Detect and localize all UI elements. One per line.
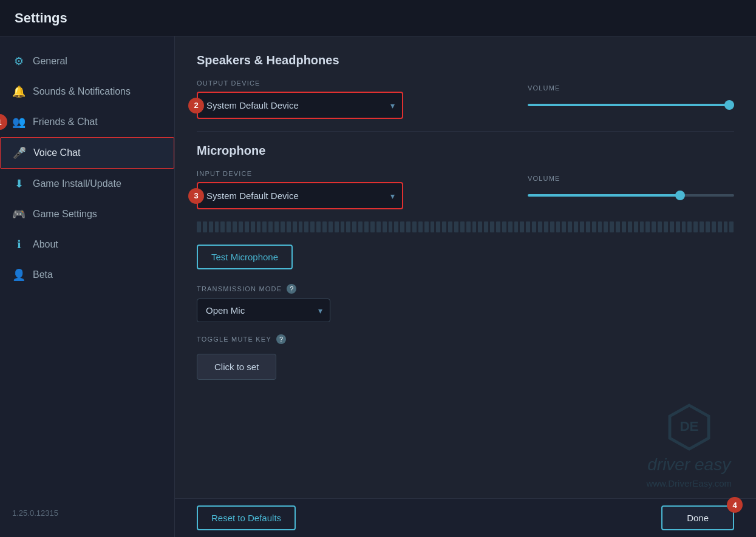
- click-to-set-button[interactable]: Click to set: [197, 354, 276, 380]
- output-device-select-wrapper[interactable]: System Default Device ▾: [197, 92, 403, 119]
- mic-bar: [526, 221, 530, 232]
- output-volume-slider[interactable]: [528, 104, 734, 106]
- sidebar-item-about[interactable]: ℹ About: [0, 229, 174, 260]
- input-device-group: INPUT DEVICE 3 System Default Device ▾: [197, 170, 503, 209]
- separator-1: [197, 131, 734, 132]
- done-btn-wrapper: 4 Done: [661, 505, 734, 530]
- mic-bar: [484, 221, 488, 232]
- input-device-select-wrapper[interactable]: System Default Device ▾: [197, 182, 403, 209]
- input-volume-label: VOLUME: [528, 175, 734, 182]
- mic-bar: [538, 221, 542, 232]
- download-icon: ⬇: [12, 177, 26, 191]
- mic-bar: [490, 221, 494, 232]
- mic-bar: [335, 221, 339, 232]
- output-device-wrapper: 2 System Default Device ▾: [197, 92, 403, 119]
- mic-bar: [670, 221, 674, 232]
- mic-bar: [431, 221, 435, 232]
- mic-bar: [203, 221, 207, 232]
- test-microphone-button[interactable]: Test Microphone: [197, 245, 293, 269]
- speakers-section: Speakers & Headphones OUTPUT DEVICE 2 Sy…: [197, 53, 734, 119]
- mic-bar: [712, 221, 716, 232]
- mic-bar: [610, 221, 614, 232]
- mic-bar: [316, 221, 321, 232]
- mic-icon: 🎤: [13, 146, 26, 160]
- output-device-label: OUTPUT DEVICE: [197, 79, 503, 87]
- sidebar-item-beta[interactable]: 👤 Beta: [0, 260, 174, 290]
- mic-bar: [400, 221, 404, 232]
- mic-bar: [532, 221, 536, 232]
- toggle-mute-help-icon[interactable]: ?: [276, 334, 286, 344]
- mic-bar: [293, 221, 297, 232]
- mic-bar: [634, 221, 638, 232]
- sidebar-label-general: General: [33, 56, 67, 67]
- mic-bar: [586, 221, 590, 232]
- input-device-select[interactable]: System Default Device: [198, 183, 402, 208]
- step-badge-3: 3: [188, 188, 204, 204]
- done-button[interactable]: Done: [661, 505, 734, 530]
- footer: Reset to Defaults 4 Done: [175, 498, 756, 537]
- mic-bar: [442, 221, 446, 232]
- mic-bar: [478, 221, 482, 232]
- reset-to-defaults-button[interactable]: Reset to Defaults: [197, 505, 296, 530]
- speakers-title: Speakers & Headphones: [197, 53, 734, 67]
- mic-bar: [376, 221, 381, 232]
- mic-bar: [394, 221, 398, 232]
- mic-bar: [580, 221, 584, 232]
- mic-bar: [215, 221, 219, 232]
- mic-bar: [574, 221, 578, 232]
- mic-bar: [508, 221, 513, 232]
- mic-bar: [550, 221, 554, 232]
- mic-bar: [628, 221, 632, 232]
- output-device-group: OUTPUT DEVICE 2 System Default Device ▾: [197, 79, 503, 119]
- sidebar-item-sounds-notifications[interactable]: 🔔 Sounds & Notifications: [0, 76, 174, 107]
- step-badge-2: 2: [188, 98, 204, 113]
- mic-bar: [724, 221, 728, 232]
- output-volume-group: VOLUME: [528, 79, 734, 106]
- sidebar-item-general[interactable]: ⚙ General: [0, 46, 174, 76]
- mic-bar: [514, 221, 519, 232]
- watermark: DE driver easy www.DriverEasy.com: [646, 403, 732, 488]
- output-device-select[interactable]: System Default Device: [198, 93, 402, 118]
- watermark-url: www.DriverEasy.com: [646, 478, 732, 488]
- mic-bar: [281, 221, 285, 232]
- mic-bar: [389, 221, 393, 232]
- mic-bar: [299, 221, 303, 232]
- mic-bar: [304, 221, 308, 232]
- mic-bar: [346, 221, 350, 232]
- input-device-wrapper: 3 System Default Device ▾: [197, 182, 403, 209]
- mic-bar: [424, 221, 429, 232]
- input-device-label: INPUT DEVICE: [197, 170, 503, 177]
- beta-icon: 👤: [12, 268, 26, 282]
- transmission-select-wrapper[interactable]: Open Mic Push to Talk ▾: [197, 299, 330, 322]
- mic-bar: [233, 221, 237, 232]
- mic-bar: [562, 221, 566, 232]
- sidebar-item-voice-chat[interactable]: 🎤 Voice Chat: [0, 137, 174, 169]
- sidebar-label-game-settings: Game Settings: [33, 209, 97, 220]
- transmission-help-icon[interactable]: ?: [287, 284, 296, 294]
- sidebar-item-friends-chat[interactable]: 1 👥 Friends & Chat: [0, 107, 174, 137]
- mic-bar: [287, 221, 291, 232]
- mic-meter: [197, 221, 734, 232]
- bell-icon: 🔔: [12, 85, 26, 98]
- transmission-label-row: TRANSMISSION MODE ?: [197, 284, 734, 294]
- sidebar-label-sounds: Sounds & Notifications: [33, 86, 131, 97]
- sidebar-item-game-settings[interactable]: 🎮 Game Settings: [0, 199, 174, 229]
- input-volume-slider[interactable]: [528, 194, 734, 197]
- mic-bar: [676, 221, 680, 232]
- mic-bar: [544, 221, 548, 232]
- mic-bar: [664, 221, 668, 232]
- toggle-mute-key-label: TOGGLE MUTE KEY: [197, 336, 271, 343]
- sidebar-item-game-install[interactable]: ⬇ Game Install/Update: [0, 169, 174, 199]
- mic-bar: [622, 221, 626, 232]
- transmission-mode-select[interactable]: Open Mic Push to Talk: [197, 299, 330, 322]
- mic-bar: [239, 221, 243, 232]
- mic-bar: [448, 221, 452, 232]
- mic-bar: [209, 221, 213, 232]
- mic-bar: [274, 221, 279, 232]
- mic-bar: [658, 221, 662, 232]
- mic-bar: [197, 221, 201, 232]
- mic-bar: [383, 221, 387, 232]
- mic-bar: [706, 221, 710, 232]
- input-volume-slider-container: [528, 194, 734, 197]
- mic-bar: [220, 221, 225, 232]
